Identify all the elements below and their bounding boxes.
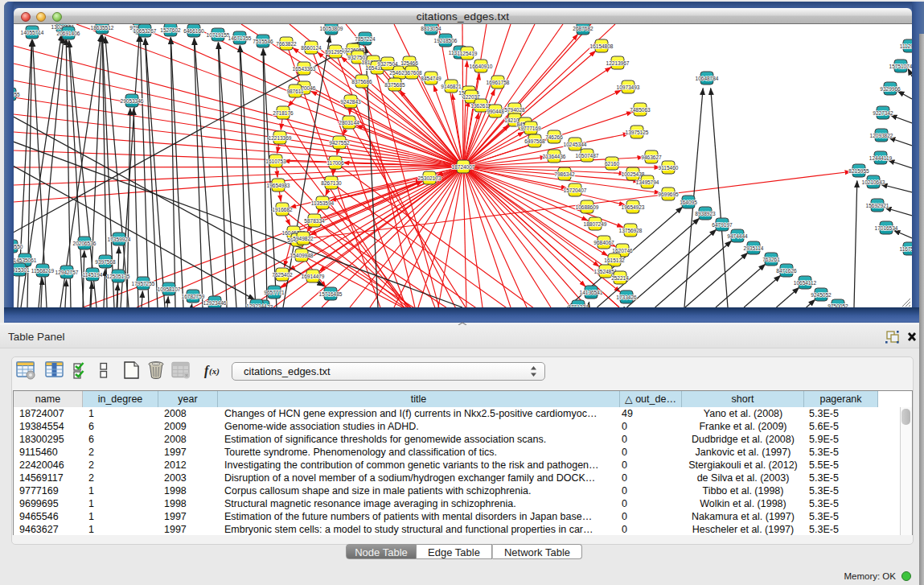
svg-text:8938923: 8938923 bbox=[695, 211, 716, 216]
svg-text:1362615: 1362615 bbox=[470, 103, 491, 109]
svg-text:7857224: 7857224 bbox=[355, 36, 376, 42]
svg-text:5794028: 5794028 bbox=[504, 107, 525, 113]
svg-text:10958107: 10958107 bbox=[158, 286, 181, 292]
svg-text:9750052: 9750052 bbox=[827, 303, 848, 308]
svg-text:2935114: 2935114 bbox=[744, 245, 764, 251]
svg-text:17359924: 17359924 bbox=[108, 237, 131, 242]
svg-text:19218506: 19218506 bbox=[434, 38, 458, 43]
svg-text:1615132: 1615132 bbox=[604, 257, 625, 263]
svg-text:10654112: 10654112 bbox=[794, 280, 817, 286]
svg-text:9657771: 9657771 bbox=[264, 290, 285, 295]
svg-text:746266: 746266 bbox=[545, 134, 563, 140]
svg-text:10210643: 10210643 bbox=[862, 179, 885, 185]
svg-text:7625402: 7625402 bbox=[272, 272, 293, 278]
svg-text:9699695: 9699695 bbox=[658, 192, 679, 197]
svg-text:6466160: 6466160 bbox=[183, 28, 204, 34]
svg-text:11568219: 11568219 bbox=[31, 268, 55, 274]
svg-text:12213369: 12213369 bbox=[269, 135, 292, 141]
svg-text:12505135: 12505135 bbox=[107, 274, 130, 279]
svg-text:8267130: 8267130 bbox=[321, 180, 342, 186]
svg-text:6479197: 6479197 bbox=[712, 222, 733, 228]
svg-text:9242843: 9242843 bbox=[340, 99, 361, 105]
svg-text:9327504: 9327504 bbox=[377, 61, 398, 67]
svg-text:9245052: 9245052 bbox=[811, 292, 832, 298]
svg-text:21364436: 21364436 bbox=[543, 154, 566, 159]
svg-text:14535061: 14535061 bbox=[14, 257, 37, 263]
svg-text:15751074: 15751074 bbox=[889, 64, 912, 69]
svg-text:9463627: 9463627 bbox=[641, 154, 662, 160]
svg-text:13975125: 13975125 bbox=[626, 130, 649, 135]
svg-text:1733426: 1733426 bbox=[616, 295, 637, 300]
svg-text:16053809: 16053809 bbox=[320, 26, 343, 31]
svg-text:26160550: 26160550 bbox=[14, 244, 23, 249]
svg-text:12923446: 12923446 bbox=[203, 300, 227, 306]
svg-text:62160: 62160 bbox=[605, 161, 619, 167]
svg-text:1527602: 1527602 bbox=[160, 27, 181, 33]
svg-text:16961758: 16961758 bbox=[487, 80, 510, 85]
svg-text:2616055: 2616055 bbox=[14, 92, 20, 97]
svg-text:14671355: 14671355 bbox=[228, 35, 252, 41]
svg-text:987611: 987611 bbox=[286, 89, 304, 94]
svg-text:15409948: 15409948 bbox=[290, 253, 314, 258]
svg-text:1167533: 1167533 bbox=[900, 246, 912, 252]
svg-text:9684067: 9684067 bbox=[593, 240, 614, 245]
svg-text:8375686: 8375686 bbox=[351, 79, 372, 84]
svg-text:18807249: 18807249 bbox=[584, 221, 607, 227]
svg-text:2718176: 2718176 bbox=[273, 110, 294, 116]
svg-text:16154808: 16154808 bbox=[590, 43, 614, 49]
svg-text:15720407: 15720407 bbox=[564, 187, 587, 193]
svg-text:1145194: 1145194 bbox=[83, 272, 103, 278]
svg-text:7986342: 7986342 bbox=[554, 171, 575, 177]
svg-text:8215955: 8215955 bbox=[848, 168, 869, 174]
svg-text:9474444: 9474444 bbox=[727, 233, 748, 239]
svg-text:252214: 252214 bbox=[611, 275, 629, 281]
svg-text:122037: 122037 bbox=[462, 94, 480, 100]
svg-text:7485063: 7485063 bbox=[630, 107, 651, 113]
svg-text:1620746: 1620746 bbox=[612, 248, 633, 253]
svg-text:8375685: 8375685 bbox=[384, 82, 405, 88]
svg-text:2687682: 2687682 bbox=[573, 26, 593, 31]
svg-text:11353594: 11353594 bbox=[311, 200, 335, 206]
svg-text:12444119: 12444119 bbox=[869, 155, 893, 161]
svg-text:13756928: 13756928 bbox=[619, 228, 643, 233]
svg-text:8771234: 8771234 bbox=[568, 304, 589, 308]
svg-text:8813054: 8813054 bbox=[421, 26, 441, 31]
svg-text:5878334: 5878334 bbox=[304, 218, 325, 224]
svg-text:14055714: 14055714 bbox=[21, 30, 44, 35]
svg-text:1610753: 1610753 bbox=[265, 159, 286, 164]
svg-text:3915301: 3915301 bbox=[14, 267, 30, 273]
svg-text:7515546: 7515546 bbox=[253, 39, 273, 44]
svg-text:9115460: 9115460 bbox=[659, 165, 679, 171]
svg-text:12213967: 12213967 bbox=[606, 60, 630, 66]
svg-text:20206536: 20206536 bbox=[73, 241, 97, 246]
svg-text:14136541: 14136541 bbox=[580, 290, 603, 295]
svg-text:9777169: 9777169 bbox=[520, 126, 541, 131]
svg-text:6497568: 6497568 bbox=[524, 138, 545, 144]
svg-text:5949822: 5949822 bbox=[293, 236, 314, 241]
svg-text:990448: 990448 bbox=[487, 109, 504, 114]
svg-text:10688609: 10688609 bbox=[576, 204, 599, 210]
svg-text:12942757: 12942757 bbox=[55, 270, 79, 275]
svg-text:19654923: 19654923 bbox=[622, 204, 645, 210]
svg-text:25302173: 25302173 bbox=[418, 175, 441, 181]
svg-text:16640910: 16640910 bbox=[470, 64, 493, 69]
svg-text:9146821: 9146821 bbox=[441, 84, 462, 89]
svg-text:16914479: 16914479 bbox=[302, 274, 325, 279]
svg-text:15692921: 15692921 bbox=[866, 203, 889, 208]
svg-text:1125419: 1125419 bbox=[458, 51, 478, 56]
svg-text:1292344: 1292344 bbox=[246, 303, 267, 308]
svg-text:9397568: 9397568 bbox=[95, 259, 116, 265]
svg-text:10653267: 10653267 bbox=[133, 28, 157, 34]
svg-text:10719155: 10719155 bbox=[207, 32, 230, 38]
svg-text:16543363: 16543363 bbox=[293, 66, 316, 72]
svg-text:10973493: 10973493 bbox=[617, 84, 640, 90]
svg-text:(x): (x) bbox=[209, 366, 220, 377]
svg-text:15716485: 15716485 bbox=[319, 291, 343, 297]
svg-text:18724007: 18724007 bbox=[452, 164, 475, 170]
svg-text:2367608: 2367608 bbox=[401, 70, 422, 76]
svg-text:10648784: 10648784 bbox=[696, 76, 719, 81]
svg-text:7663822: 7663822 bbox=[276, 41, 297, 47]
svg-text:763261: 763261 bbox=[762, 257, 780, 262]
svg-text:164095: 164095 bbox=[680, 200, 697, 205]
svg-text:18635512: 18635512 bbox=[91, 25, 114, 31]
